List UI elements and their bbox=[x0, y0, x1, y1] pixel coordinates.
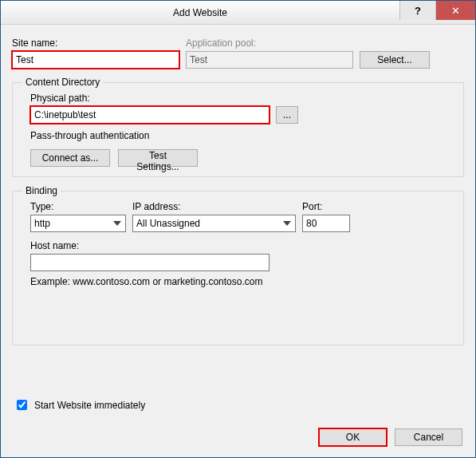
host-name-example: Example: www.contoso.com or marketing.co… bbox=[30, 276, 454, 287]
binding-type-label: Type: bbox=[30, 201, 126, 212]
browse-path-button[interactable]: ... bbox=[276, 106, 298, 124]
select-app-pool-button[interactable]: Select... bbox=[360, 51, 430, 69]
add-website-dialog: Add Website ? ✕ Site name: Application p… bbox=[0, 0, 476, 458]
content-directory-legend: Content Directory bbox=[22, 77, 103, 88]
binding-type-select[interactable]: http bbox=[30, 215, 126, 232]
passthrough-label: Pass-through authentication bbox=[30, 130, 454, 141]
start-immediately-row: Start Website immediately bbox=[14, 397, 145, 413]
host-name-input[interactable] bbox=[30, 254, 269, 271]
close-button[interactable]: ✕ bbox=[435, 1, 475, 20]
binding-port-input[interactable] bbox=[302, 215, 350, 232]
physical-path-label: Physical path: bbox=[30, 93, 454, 104]
test-settings-button[interactable]: Test Settings... bbox=[118, 149, 198, 167]
app-pool-label: Application pool: bbox=[186, 38, 353, 49]
help-button[interactable]: ? bbox=[399, 1, 435, 20]
window-buttons: ? ✕ bbox=[399, 1, 475, 24]
binding-group: Binding Type: http IP address: All Unass… bbox=[12, 185, 464, 345]
window-title: Add Website bbox=[1, 7, 399, 18]
binding-port-label: Port: bbox=[302, 201, 350, 212]
site-name-input[interactable] bbox=[12, 51, 179, 69]
physical-path-input[interactable] bbox=[30, 106, 269, 124]
titlebar: Add Website ? ✕ bbox=[1, 1, 475, 25]
host-name-label: Host name: bbox=[30, 240, 454, 251]
app-pool-input bbox=[186, 51, 353, 69]
binding-ip-label: IP address: bbox=[132, 201, 296, 212]
connect-as-button[interactable]: Connect as... bbox=[30, 149, 110, 167]
dialog-footer: OK Cancel bbox=[319, 428, 462, 446]
content-directory-group: Content Directory Physical path: ... Pas… bbox=[12, 77, 464, 177]
ok-button[interactable]: OK bbox=[319, 428, 387, 446]
site-name-label: Site name: bbox=[12, 38, 179, 49]
start-immediately-label: Start Website immediately bbox=[34, 400, 145, 411]
cancel-button[interactable]: Cancel bbox=[395, 428, 462, 446]
start-immediately-checkbox[interactable] bbox=[17, 400, 27, 410]
binding-legend: Binding bbox=[22, 185, 61, 196]
binding-ip-select[interactable]: All Unassigned bbox=[132, 215, 296, 232]
